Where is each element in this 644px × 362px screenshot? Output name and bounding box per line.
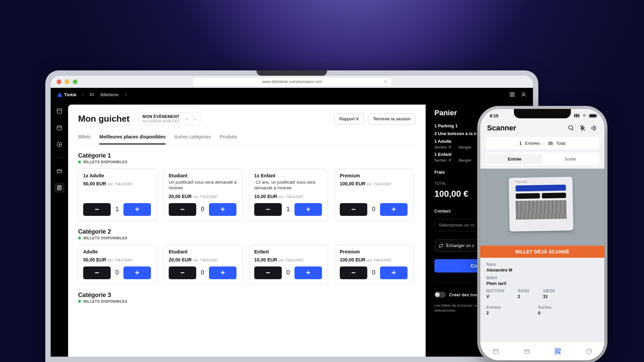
app-header: Tickie / Billetterie — [51, 88, 533, 101]
category-title: Catégorie 2 — [78, 228, 416, 235]
increment-button[interactable]: + — [123, 266, 151, 279]
phone-time: 8:15 — [490, 113, 498, 118]
laptop-frame: www.billetterie.votredomaine.com Tickie … — [45, 70, 538, 362]
event-selector[interactable]: MON ÉVÉNEMENT 31/12/2024 20:00 CET ✕ ⌄ — [138, 112, 200, 125]
decrement-button[interactable]: − — [254, 266, 282, 279]
user-icon[interactable] — [521, 92, 526, 97]
apps-grid-icon[interactable] — [509, 92, 515, 97]
total-count: 35 — [548, 141, 553, 146]
seat-col-label: SIEGE — [543, 289, 555, 293]
svg-rect-8 — [57, 109, 62, 113]
tab-3[interactable]: Produits — [220, 131, 237, 144]
tab-card-icon[interactable] — [523, 348, 531, 355]
rail-calendar-icon[interactable] — [54, 123, 64, 133]
decrement-button[interactable]: − — [169, 203, 196, 216]
tab-1[interactable]: Meilleures places disponibles — [99, 131, 166, 144]
svg-rect-17 — [524, 350, 529, 353]
clear-icon[interactable]: ✕ — [185, 116, 189, 121]
seat-col-value: 2 — [518, 294, 529, 299]
chevron-down-icon[interactable]: ⌄ — [193, 116, 197, 121]
chevron-updown-icon[interactable] — [124, 93, 128, 97]
ticket-price: 100,00 EUR — [340, 257, 365, 262]
svg-rect-19 — [558, 349, 560, 351]
ticket-card: Etudiant 20,00 EURincl. TVA EVENT − 0 + — [164, 245, 243, 284]
decrement-button[interactable]: − — [340, 203, 367, 216]
ticket-price: 20,00 EUR — [169, 257, 192, 262]
ticket-vat: incl. TVA EVENT — [107, 182, 132, 186]
svg-rect-18 — [555, 349, 557, 351]
category-status: BILLETS DISPONIBLES — [78, 236, 416, 240]
brand-name: Tickie — [64, 92, 76, 97]
scan-counts: 1 Entrées | 35 Total — [486, 137, 599, 149]
search-icon[interactable] — [568, 124, 575, 132]
report-button[interactable]: Rapport X — [334, 113, 364, 124]
sound-icon[interactable] — [590, 124, 598, 132]
breadcrumb-item[interactable]: Billetterie — [100, 92, 118, 97]
seat-col-label: RANG — [518, 289, 529, 293]
ticket-vat: incl. TVA EVENT — [278, 258, 304, 262]
ticket-title: Enfant — [254, 249, 323, 254]
tab-calendar-icon[interactable] — [492, 348, 499, 355]
download-button-preview — [516, 185, 566, 192]
increment-button[interactable]: + — [294, 266, 322, 279]
increment-button[interactable]: + — [294, 203, 322, 216]
increment-button[interactable]: + — [209, 203, 236, 216]
ticket-title: Adulte — [83, 249, 152, 254]
ticket-card: Adulte 50,00 EURincl. TVA EVENT − 0 + — [78, 245, 157, 284]
end-session-button[interactable]: Terminer la session — [368, 113, 416, 124]
ticket-vat: incl. TVA EVENT — [278, 195, 304, 199]
window-close-icon[interactable] — [57, 79, 61, 84]
svg-point-13 — [569, 126, 573, 130]
ticket-vat: incl. TVA EVENT — [107, 258, 132, 262]
ticket-icon — [90, 92, 94, 97]
entries-value: 2 — [486, 310, 501, 315]
ticket-vat: incl. TVA EVENT — [193, 258, 218, 262]
rail-pos-icon[interactable] — [54, 183, 64, 193]
tab-2[interactable]: Autres catégories — [174, 131, 211, 144]
decrement-button[interactable]: − — [83, 203, 111, 216]
tab-0[interactable]: Billets — [78, 131, 91, 144]
entries-label: Entrées — [486, 305, 501, 310]
window-minimize-icon[interactable] — [65, 79, 69, 84]
battery-icon — [589, 114, 596, 118]
increment-button[interactable]: + — [380, 203, 408, 216]
ticket-vat: incl. TVA EVENT — [367, 258, 392, 262]
flash-off-icon[interactable] — [579, 124, 586, 132]
total-label: Total — [556, 141, 565, 146]
ticket-price: 20,00 EUR — [169, 194, 192, 199]
category-title: Catégorie 3 — [78, 292, 416, 299]
segment-entry[interactable]: Entrée — [487, 154, 542, 164]
increment-button[interactable]: + — [123, 203, 151, 216]
rail-card-icon[interactable] — [54, 166, 64, 176]
exits-value: 0 — [538, 310, 552, 315]
tab-qr-icon[interactable] — [554, 348, 561, 355]
tab-gauge-icon[interactable] — [585, 348, 593, 355]
url-text: www.billetterie.votredomaine.com — [262, 79, 322, 84]
window-zoom-icon[interactable] — [73, 79, 77, 84]
brand-logo[interactable]: Tickie — [57, 92, 76, 97]
ticket-title: 1x Adulte — [83, 173, 152, 178]
increment-button[interactable]: + — [209, 266, 236, 279]
segment-exit[interactable]: Sortie — [542, 154, 598, 164]
decrement-button[interactable]: − — [254, 203, 282, 216]
segment-control[interactable]: Entrée Sortie — [486, 153, 599, 165]
breadcrumb-separator: / — [83, 92, 84, 97]
svg-rect-4 — [513, 93, 514, 94]
increment-button[interactable]: + — [380, 266, 408, 279]
decrement-button[interactable]: − — [340, 266, 367, 279]
rail-exit-icon[interactable] — [54, 139, 64, 149]
ticket-tariff-hint: Plein tarif — [516, 180, 566, 184]
scan-status-banner: BILLET DÉJÀ SCANNÉ — [480, 246, 604, 258]
decrement-button[interactable]: − — [169, 266, 196, 279]
decrement-button[interactable]: − — [83, 266, 111, 279]
svg-rect-2 — [90, 94, 94, 96]
status-dot-icon — [78, 237, 81, 239]
svg-rect-6 — [513, 95, 514, 97]
ticket-price: 100,00 EUR — [340, 181, 365, 186]
logo-mark-icon — [57, 92, 62, 97]
ticket-label: Billet — [486, 275, 598, 280]
create-toggle[interactable] — [434, 292, 446, 298]
url-bar[interactable]: www.billetterie.votredomaine.com — [193, 78, 391, 86]
quantity-value: 0 — [115, 269, 119, 276]
rail-dashboard-icon[interactable] — [54, 106, 64, 116]
